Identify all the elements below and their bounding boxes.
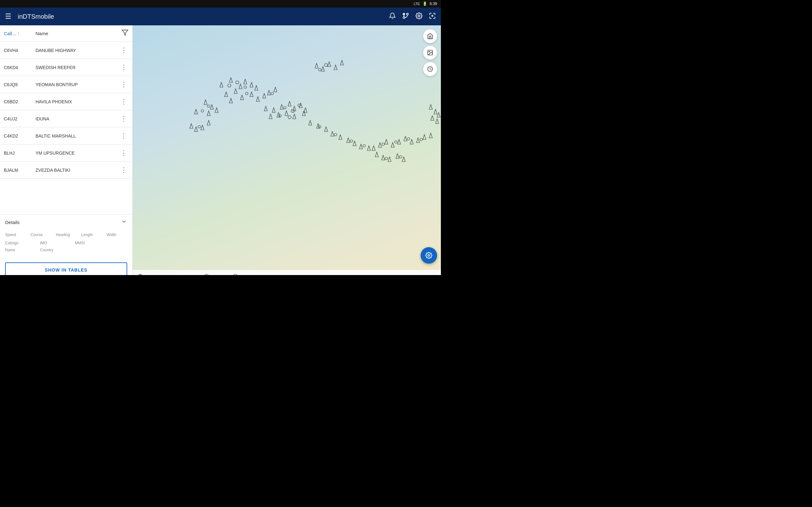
image-button[interactable] <box>423 46 437 60</box>
details-row-2: Callsign IMO MMSI <box>5 241 127 245</box>
table-row[interactable]: C6JQ9 YEOMAN BONTRUP ⋮ <box>0 76 132 93</box>
more-icon[interactable]: ⋮ <box>119 62 129 73</box>
topbar-actions <box>389 12 436 21</box>
length-field: Length <box>81 233 100 237</box>
details-row-3: Name Country <box>5 248 127 252</box>
name-cell: ZVEZDA BALTIKI <box>36 168 119 173</box>
coordinates-text: 53° 55' 10" N / 8° 37' 27" E <box>145 274 194 275</box>
more-icon[interactable]: ⋮ <box>119 79 129 90</box>
details-section: Details Speed Course Heading <box>0 214 132 275</box>
svg-line-107 <box>430 69 431 70</box>
table-row[interactable]: C4KD2 BALTIC MARSHALL ⋮ <box>0 127 132 145</box>
fork-icon[interactable] <box>402 12 409 21</box>
callsign-cell: C6KD4 <box>4 65 36 70</box>
show-in-tables-button[interactable]: SHOW IN TABLES <box>5 262 127 275</box>
name-cell: IDUNA <box>36 116 119 121</box>
name-cell: HAVILA PHOENIX <box>36 99 119 104</box>
more-icon[interactable]: ⋮ <box>119 113 129 124</box>
details-row-1: Speed Course Heading Length <box>5 233 127 237</box>
country-label: Country <box>40 248 68 252</box>
table-row[interactable]: C6VH4 DANUBE HIGHWAY ⋮ <box>0 42 132 59</box>
heading-label: Heading <box>56 233 75 237</box>
speed-field: Speed <box>5 233 24 237</box>
table-header: Call... ↑ Name <box>0 25 132 42</box>
svg-point-111 <box>204 274 208 275</box>
name-label: Name <box>5 248 34 252</box>
width-field: Width <box>107 233 125 237</box>
distance-text: 234.3 km <box>240 274 257 275</box>
table-row[interactable]: BJALM ZVEZDA BALTIKI ⋮ <box>0 162 132 179</box>
table-row[interactable]: C6BD2 HAVILA PHOENIX ⋮ <box>0 93 132 110</box>
svg-point-108 <box>428 255 430 257</box>
callsign-cell: C6VH4 <box>4 48 36 53</box>
length-label: Length <box>81 233 100 237</box>
callsign-field: Callsign <box>5 241 34 245</box>
signal-indicator: LTE <box>414 2 420 6</box>
mmsi-field: MMSI <box>75 241 103 245</box>
details-title: Details <box>5 220 20 225</box>
battery-icon: 🔋 <box>422 2 427 6</box>
svg-point-104 <box>429 51 430 52</box>
callsign-label: Callsign <box>5 241 34 245</box>
chevron-down-icon <box>121 218 127 226</box>
details-header[interactable]: Details <box>0 215 132 230</box>
vessel-list: C6VH4 DANUBE HIGHWAY ⋮ C6KD4 SWEDISH REE… <box>0 42 132 214</box>
compass-button[interactable] <box>423 62 437 76</box>
main-layout: Call... ↑ Name C6VH4 DANUBE HIGHWAY ⋮ C6… <box>0 25 441 275</box>
callsign-cell: BJALM <box>4 168 36 173</box>
details-content: Speed Course Heading Length <box>0 230 132 259</box>
mmsi-label: MMSI <box>75 241 103 245</box>
left-panel: Call... ↑ Name C6VH4 DANUBE HIGHWAY ⋮ C6… <box>0 25 133 275</box>
svg-point-4 <box>418 15 420 17</box>
more-icon[interactable]: ⋮ <box>119 165 129 176</box>
name-cell: YM UPSURGENCE <box>36 151 119 156</box>
name-cell: YEOMAN BONTRUP <box>36 82 119 87</box>
callsign-cell: C6JQ9 <box>4 82 36 87</box>
imo-field: IMO <box>40 241 68 245</box>
show-btn-container: SHOW IN TABLES <box>0 259 132 275</box>
course-text: 360.0° <box>211 274 223 275</box>
sort-asc-icon: ↑ <box>17 31 19 36</box>
time-display: 6:39 <box>430 2 437 6</box>
course-display: 360.0° <box>204 274 223 275</box>
callsign-cell: C4UJ2 <box>4 116 36 121</box>
table-row[interactable]: C4UJ2 IDUNA ⋮ <box>0 110 132 127</box>
heading-field: Heading <box>56 233 75 237</box>
distance-display: 234.3 km <box>233 274 257 275</box>
course-field: Course <box>31 233 49 237</box>
country-field: Country <box>40 248 68 252</box>
app-title: inDTSmobile <box>18 13 389 20</box>
more-icon[interactable]: ⋮ <box>119 45 129 56</box>
map-bottom-bar: 53° 55' 10" N / 8° 37' 27" E 360.0° 234.… <box>133 270 441 275</box>
imo-label: IMO <box>40 241 68 245</box>
share-icon[interactable] <box>429 12 436 21</box>
table-row[interactable]: C6KD4 SWEDISH REEFER ⋮ <box>0 59 132 76</box>
svg-point-113 <box>234 274 238 275</box>
menu-icon[interactable]: ☰ <box>5 12 11 20</box>
more-icon[interactable]: ⋮ <box>119 148 129 158</box>
course-label: Course <box>31 233 49 237</box>
home-button[interactable] <box>423 29 437 43</box>
status-bar: LTE 🔋 6:39 <box>0 0 441 8</box>
notifications-icon[interactable] <box>389 12 396 21</box>
table-row[interactable]: BLHJ YM UPSURGENCE ⋮ <box>0 145 132 162</box>
more-icon[interactable]: ⋮ <box>119 130 129 141</box>
map-area[interactable]: 53° 55' 10" N / 8° 37' 27" E 360.0° 234.… <box>133 25 441 275</box>
svg-marker-7 <box>122 30 128 36</box>
svg-point-1 <box>407 13 409 15</box>
map-background <box>133 25 441 275</box>
svg-point-2 <box>403 16 405 18</box>
settings-fab[interactable] <box>420 247 437 264</box>
map-controls <box>423 29 437 76</box>
speed-label: Speed <box>5 233 24 237</box>
filter-icon[interactable] <box>121 29 129 38</box>
col-callsign-header[interactable]: Call... ↑ <box>4 31 36 36</box>
settings-icon[interactable] <box>415 12 422 21</box>
coordinates-display: 53° 55' 10" N / 8° 37' 27" E <box>138 274 194 275</box>
more-icon[interactable]: ⋮ <box>119 96 129 107</box>
name-cell: DANUBE HIGHWAY <box>36 48 119 53</box>
col-name-header: Name <box>36 31 121 36</box>
callsign-cell: C4KD2 <box>4 133 36 138</box>
callsign-cell: C6BD2 <box>4 99 36 104</box>
topbar: ☰ inDTSmobile <box>0 8 441 25</box>
